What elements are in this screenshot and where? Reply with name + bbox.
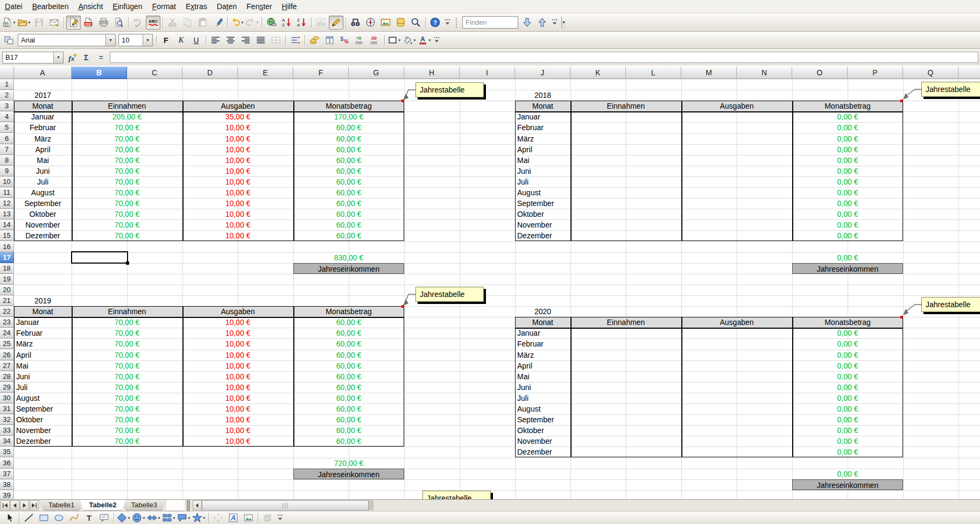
basic-shapes-button[interactable]: ▼ [116, 511, 131, 524]
comment-note-P23[interactable]: Jahrestabelle [921, 297, 980, 312]
cell-O18[interactable]: Jahreseinkommen [792, 263, 903, 274]
cell-A30[interactable]: August [14, 393, 72, 403]
cell-D26[interactable]: 10,00 € [182, 350, 293, 360]
cell-O28[interactable]: 0,00 € [792, 371, 903, 382]
text-button[interactable]: T [82, 511, 96, 524]
callouts-button[interactable]: ▼ [177, 511, 191, 524]
comment-note-G22[interactable]: Jahrestabelle [415, 287, 484, 302]
align-center-button[interactable] [223, 33, 238, 47]
cell-O12[interactable]: 0,00 € [792, 198, 903, 209]
navigator-button[interactable] [363, 16, 378, 30]
cell-O5[interactable]: 0,00 € [792, 122, 903, 133]
cell-A28[interactable]: Juni [14, 371, 72, 382]
cell-K27[interactable] [570, 360, 681, 371]
column-header-K[interactable]: K [570, 67, 626, 79]
cell-D29[interactable]: 10,00 € [182, 382, 293, 393]
column-header-C[interactable]: C [127, 67, 182, 79]
cell-J2[interactable]: 2018 [515, 90, 570, 101]
sheet-tab-tabelle2[interactable]: Tabelle2 [80, 500, 125, 511]
cell-B14[interactable]: 70,00 € [72, 219, 182, 230]
zoom-button[interactable] [408, 16, 423, 30]
cell-A31[interactable]: September [14, 403, 72, 414]
font-size-combobox[interactable]: 10▼ [118, 34, 153, 46]
column-header-J[interactable]: J [515, 67, 570, 79]
row-header-36[interactable]: 36 [0, 458, 14, 469]
undo-button[interactable]: ▼ [230, 16, 244, 30]
cell-B4[interactable]: 205,00 € [72, 111, 182, 122]
symbol-shapes-button[interactable]: ▼ [131, 511, 146, 524]
add-decimal-place-button[interactable]: +0000 [352, 33, 367, 47]
row-header-2[interactable]: 2 [0, 90, 14, 101]
row-header-14[interactable]: 14 [0, 219, 14, 230]
dropdown-arrow-icon[interactable]: ▼ [188, 516, 191, 520]
row-header-27[interactable]: 27 [0, 360, 14, 371]
open-button[interactable]: ▼ [17, 16, 31, 30]
cell-B10[interactable]: 70,00 € [72, 176, 182, 187]
cell-O33[interactable]: 0,00 € [792, 425, 903, 436]
flowchart-button[interactable]: ▼ [161, 511, 176, 524]
cell-J8[interactable]: Mai [515, 155, 570, 166]
cell-B33[interactable]: 70,00 € [72, 425, 182, 436]
cell-O4[interactable]: 0,00 € [792, 111, 903, 122]
dropdown-arrow-icon[interactable]: ▼ [128, 516, 131, 520]
row-header-19[interactable]: 19 [0, 274, 14, 285]
column-header-D[interactable]: D [182, 67, 238, 79]
cell-F30[interactable]: 60,00 € [293, 393, 404, 403]
cell-J14[interactable]: November [515, 219, 570, 230]
cell-K6[interactable] [570, 133, 681, 144]
hyperlink-button[interactable] [264, 16, 279, 30]
line-button[interactable] [22, 511, 36, 524]
cell-K7[interactable] [570, 144, 681, 155]
cell-M24[interactable] [681, 328, 792, 338]
find-next-button[interactable] [520, 16, 534, 30]
toolbar-options-button[interactable] [443, 16, 452, 30]
cell-F36[interactable]: 720,00 € [293, 458, 404, 469]
row-header-21[interactable]: 21 [0, 295, 14, 306]
cell-J13[interactable]: Oktober [515, 209, 570, 219]
cell-K35[interactable] [570, 447, 681, 457]
menu-daten[interactable]: Daten [212, 1, 242, 12]
row-header-29[interactable]: 29 [0, 382, 14, 393]
cell-O30[interactable]: 0,00 € [792, 393, 903, 403]
cell-A9[interactable]: Juni [14, 166, 72, 176]
cell-O6[interactable]: 0,00 € [792, 133, 903, 144]
cell-A2[interactable]: 2017 [14, 90, 72, 101]
cell-A5[interactable]: Februar [14, 122, 72, 133]
cell-O38[interactable]: Jahreseinkommen [792, 479, 903, 490]
cell-K34[interactable] [570, 436, 681, 447]
menu-format[interactable]: Format [147, 1, 181, 12]
cell-F5[interactable]: 60,00 € [293, 122, 404, 133]
cell-F7[interactable]: 60,00 € [293, 144, 404, 155]
cell-B32[interactable]: 70,00 € [72, 414, 182, 425]
cell-A26[interactable]: April [14, 350, 72, 360]
cell-O7[interactable]: 0,00 € [792, 144, 903, 155]
cell-K11[interactable] [570, 187, 681, 198]
dropdown-arrow-icon[interactable]: ▼ [173, 516, 176, 520]
dropdown-arrow-icon[interactable]: ▼ [203, 516, 206, 520]
toolbar-options-button[interactable] [550, 16, 559, 30]
cell-F12[interactable]: 60,00 € [293, 198, 404, 209]
cell-M23[interactable]: Ausgaben [681, 317, 792, 328]
comment-note-G3[interactable]: Jahrestabelle [415, 82, 484, 97]
cell-J9[interactable]: Juni [515, 166, 570, 176]
cell-F3[interactable]: Monatsbetrag [293, 101, 404, 111]
cell-A13[interactable]: Oktober [14, 209, 72, 219]
cell-B7[interactable]: 70,00 € [72, 144, 182, 155]
cell-O8[interactable]: 0,00 € [792, 155, 903, 166]
row-header-12[interactable]: 12 [0, 198, 14, 209]
cell-F32[interactable]: 60,00 € [293, 414, 404, 425]
cell-A21[interactable]: 2019 [14, 295, 72, 306]
cell-F34[interactable]: 60,00 € [293, 436, 404, 447]
cell-D9[interactable]: 10,00 € [182, 166, 293, 176]
cell-M28[interactable] [681, 371, 792, 382]
menu-bearbeiten[interactable]: Bearbeiten [27, 1, 74, 12]
select-all-corner[interactable] [0, 67, 14, 79]
cell-F22[interactable]: Monatsbetrag [293, 306, 404, 317]
print-button[interactable] [96, 16, 111, 30]
cell-O29[interactable]: 0,00 € [792, 382, 903, 393]
dropdown-arrow-icon[interactable]: ▼ [241, 21, 244, 24]
cell-A23[interactable]: Januar [14, 317, 72, 328]
cell-K8[interactable] [570, 155, 681, 166]
comment-note[interactable]: Jahrestabelle [422, 491, 491, 499]
cell-O23[interactable]: Monatsbetrag [792, 317, 903, 328]
